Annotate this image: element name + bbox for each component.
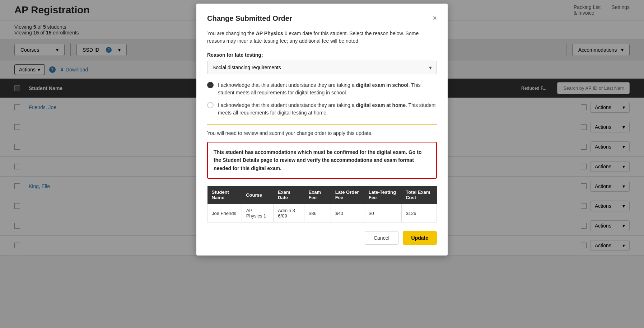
col-late-order-fee: Late Order Fee	[331, 186, 364, 204]
modal-warning-box: This student has accommodations which mu…	[207, 142, 437, 179]
order-summary-table: Student Name Course Exam Date Exam Fee L…	[207, 186, 437, 222]
radio-home[interactable]	[207, 102, 214, 108]
exam-name: AP Physics 1	[256, 31, 288, 36]
radio-school-label: I acknowledge that this student understa…	[218, 81, 437, 97]
cancel-button[interactable]: Cancel	[365, 231, 398, 245]
table-data-row: Joe Friends AP Physics 1 Admin 3 6/09 $8…	[207, 204, 437, 222]
modal-intro-text: You are changing the AP Physics 1 exam d…	[207, 30, 437, 45]
modal-dialog: Change Submitted Order × You are changin…	[196, 4, 448, 256]
modal-note: You will need to review and submit your …	[207, 130, 437, 136]
modal-footer: Cancel Update	[207, 231, 437, 245]
col-total-exam-cost: Total Exam Cost	[401, 186, 437, 204]
update-button[interactable]: Update	[403, 231, 437, 245]
col-late-testing-fee: Late-Testing Fee	[364, 186, 401, 204]
col-student-name: Student Name	[207, 186, 242, 204]
modal-warning-text: This student has accommodations which mu…	[214, 148, 430, 172]
modal-divider	[207, 124, 437, 125]
cell-late-testing-fee: $0	[364, 204, 401, 222]
reason-label: Reason for late testing:	[207, 52, 437, 58]
cell-exam-date: Admin 3 6/09	[274, 204, 304, 222]
radio-item-home: I acknowledge that this student understa…	[207, 102, 437, 117]
col-course: Course	[242, 186, 274, 204]
reason-select[interactable]: Social distancing requirements	[207, 61, 437, 74]
col-exam-fee: Exam Fee	[304, 186, 331, 204]
cell-late-order-fee: $40	[331, 204, 364, 222]
col-exam-date: Exam Date	[274, 186, 304, 204]
cell-student-name: Joe Friends	[207, 204, 242, 222]
radio-school[interactable]	[207, 82, 214, 88]
modal-close-button[interactable]: ×	[433, 14, 437, 22]
reason-select-wrapper: Social distancing requirements ▾	[207, 61, 437, 74]
modal-header: Change Submitted Order ×	[207, 14, 437, 23]
table-header-row: Student Name Course Exam Date Exam Fee L…	[207, 186, 437, 204]
modal-title: Change Submitted Order	[207, 14, 292, 23]
cell-exam-fee: $86	[304, 204, 331, 222]
cell-total-exam-cost: $126	[401, 204, 437, 222]
radio-item-school: I acknowledge that this student understa…	[207, 81, 437, 97]
cell-course: AP Physics 1	[242, 204, 274, 222]
radio-group: I acknowledge that this student understa…	[207, 81, 437, 117]
radio-home-label: I acknowledge that this student understa…	[218, 102, 437, 117]
